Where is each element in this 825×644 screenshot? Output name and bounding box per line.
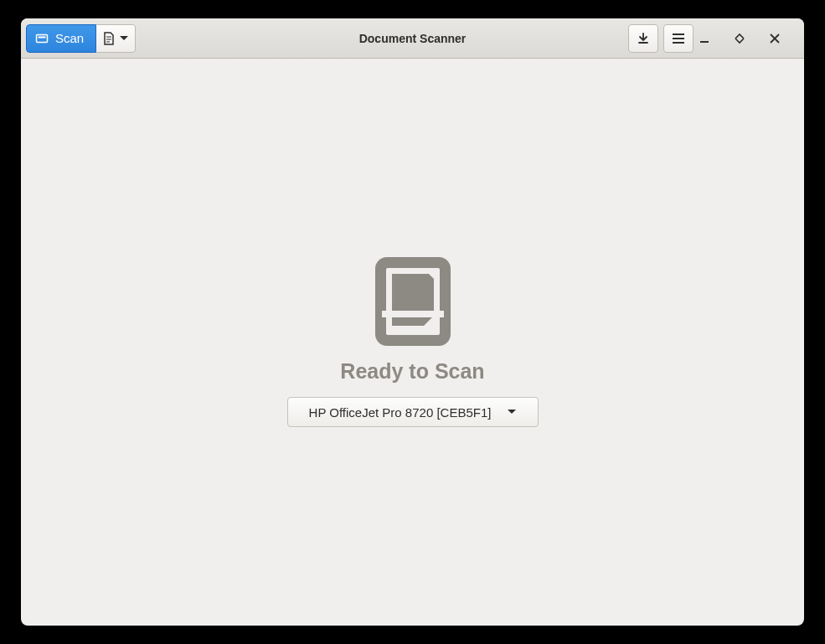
menu-button[interactable] xyxy=(663,24,694,53)
save-button[interactable] xyxy=(628,24,658,53)
scanner-select[interactable]: HP OfficeJet Pro 8720 [CEB5F1] xyxy=(287,397,539,427)
document-icon xyxy=(103,32,115,45)
status-title: Ready to Scan xyxy=(340,359,484,384)
maximize-button[interactable] xyxy=(734,33,764,44)
minimize-button[interactable] xyxy=(699,33,729,44)
header-bar: Scan Document Scanner xyxy=(21,18,804,59)
scanner-illustration-icon xyxy=(375,257,451,346)
content-area: Ready to Scan HP OfficeJet Pro 8720 [CEB… xyxy=(21,59,804,626)
chevron-down-icon xyxy=(508,410,516,415)
download-icon xyxy=(637,33,649,44)
close-icon xyxy=(769,33,799,44)
app-window: Scan Document Scanner xyxy=(21,18,804,626)
header-right-group xyxy=(628,24,799,53)
svg-rect-1 xyxy=(39,36,46,38)
hamburger-icon xyxy=(673,33,684,44)
scan-button[interactable]: Scan xyxy=(26,24,96,53)
header-left-group: Scan xyxy=(26,24,136,53)
maximize-icon xyxy=(734,33,764,44)
chevron-down-icon xyxy=(120,36,128,41)
scan-button-group: Scan xyxy=(26,24,136,53)
svg-rect-0 xyxy=(37,34,48,42)
scanner-select-label: HP OfficeJet Pro 8720 [CEB5F1] xyxy=(309,405,492,420)
close-button[interactable] xyxy=(769,33,799,44)
scan-options-button[interactable] xyxy=(96,24,136,53)
minimize-icon xyxy=(699,33,729,44)
scanner-icon xyxy=(35,32,49,45)
scan-button-label: Scan xyxy=(55,31,84,45)
svg-rect-4 xyxy=(382,311,444,317)
